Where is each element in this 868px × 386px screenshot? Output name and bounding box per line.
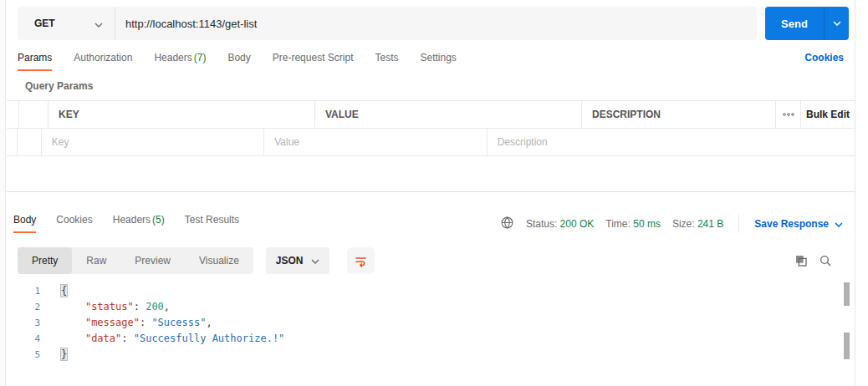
- right-pane-edge: [855, 0, 855, 386]
- key-input[interactable]: Key: [52, 136, 69, 148]
- view-mode-visualize[interactable]: Visualize: [185, 247, 253, 274]
- postman-request-view: GET http://localhost:1143/get-list Send …: [0, 0, 868, 386]
- view-mode-preview[interactable]: Preview: [120, 247, 185, 274]
- response-tab-cookies[interactable]: Cookies: [56, 214, 92, 233]
- url-input[interactable]: http://localhost:1143/get-list: [115, 18, 757, 30]
- method-select[interactable]: GET: [18, 7, 115, 40]
- column-header-value: VALUE: [325, 109, 359, 120]
- tab-params[interactable]: Params: [18, 52, 52, 71]
- select-all-cell[interactable]: [18, 101, 48, 128]
- view-mode-switcher: Pretty Raw Preview Visualize: [18, 247, 253, 274]
- column-header-description: DESCRIPTION: [592, 109, 661, 120]
- request-response-divider[interactable]: [7, 191, 855, 192]
- time-badge: Time: 50 ms: [605, 218, 661, 230]
- tab-body[interactable]: Body: [227, 52, 250, 71]
- column-header-key: KEY: [59, 109, 79, 120]
- chevron-down-icon: [311, 255, 319, 267]
- divider: [738, 215, 739, 233]
- size-badge: Size: 241 B: [672, 218, 723, 230]
- tab-pre-request-script[interactable]: Pre-request Script: [273, 52, 354, 71]
- send-button-label[interactable]: Send: [765, 7, 824, 40]
- query-params-title: Query Params: [25, 80, 93, 92]
- row-checkbox-cell[interactable]: [17, 129, 41, 155]
- response-tab-test-results[interactable]: Test Results: [185, 214, 239, 233]
- tab-tests[interactable]: Tests: [375, 52, 398, 71]
- response-header: Body Cookies Headers(5) Test Results Sta…: [13, 214, 850, 241]
- cookies-link[interactable]: Cookies: [804, 52, 849, 63]
- url-bar: GET http://localhost:1143/get-list Send: [18, 7, 849, 40]
- status-badge: Status: 200 OK: [526, 218, 594, 230]
- row-drag-gutter: [7, 129, 17, 155]
- request-box: GET http://localhost:1143/get-list: [18, 7, 757, 40]
- value-input[interactable]: Value: [274, 136, 299, 148]
- response-toolbar: Pretty Raw Preview Visualize JSON: [18, 247, 849, 274]
- code-lines: { "status": 200, "message": "Sucesss", "…: [47, 278, 284, 386]
- more-options-icon[interactable]: [775, 101, 800, 128]
- wrap-lines-button[interactable]: [347, 247, 375, 274]
- send-options-button[interactable]: [825, 7, 849, 40]
- save-response-button[interactable]: Save Response: [754, 218, 850, 230]
- network-globe-icon[interactable]: [500, 216, 514, 233]
- response-tab-body[interactable]: Body: [13, 214, 36, 233]
- method-label: GET: [34, 18, 55, 29]
- left-pane-edge: [0, 0, 6, 386]
- format-select[interactable]: JSON: [266, 247, 329, 274]
- response-tabs: Body Cookies Headers(5) Test Results: [13, 214, 239, 233]
- description-input[interactable]: Description: [498, 136, 548, 148]
- response-tab-headers[interactable]: Headers(5): [113, 214, 165, 233]
- table-header-row: KEY VALUE DESCRIPTION Bulk Edit: [7, 101, 855, 129]
- send-button[interactable]: Send: [765, 7, 849, 40]
- view-mode-pretty[interactable]: Pretty: [18, 247, 72, 274]
- pane-scrollbar[interactable]: [844, 333, 850, 359]
- tab-headers[interactable]: Headers(7): [154, 52, 206, 71]
- wrap-lines-icon: [354, 254, 368, 268]
- request-tabs: Params Authorization Headers(7) Body Pre…: [18, 52, 849, 74]
- row-drag-gutter: [7, 101, 18, 128]
- chevron-down-icon: [835, 218, 843, 230]
- chevron-down-icon: [94, 16, 103, 31]
- tab-settings[interactable]: Settings: [421, 52, 457, 71]
- search-icon[interactable]: [819, 254, 832, 267]
- editor-scrollbar[interactable]: [844, 282, 850, 306]
- response-action-icons: [794, 254, 849, 267]
- response-headers-count-badge: (5): [152, 214, 165, 226]
- view-mode-raw[interactable]: Raw: [72, 247, 120, 274]
- query-params-table: KEY VALUE DESCRIPTION Bulk Edit Key Valu…: [7, 100, 855, 156]
- response-body-viewer[interactable]: 12345 { "status": 200, "message": "Suces…: [7, 278, 843, 386]
- line-numbers: 12345: [7, 278, 47, 386]
- headers-count-badge: (7): [194, 52, 207, 63]
- copy-icon[interactable]: [794, 254, 808, 267]
- response-meta: Status: 200 OK Time: 50 ms Size: 241 B S…: [500, 214, 850, 233]
- table-input-row: Key Value Description: [7, 129, 855, 156]
- bulk-edit-button[interactable]: Bulk Edit: [806, 109, 850, 120]
- tab-authorization[interactable]: Authorization: [74, 52, 132, 71]
